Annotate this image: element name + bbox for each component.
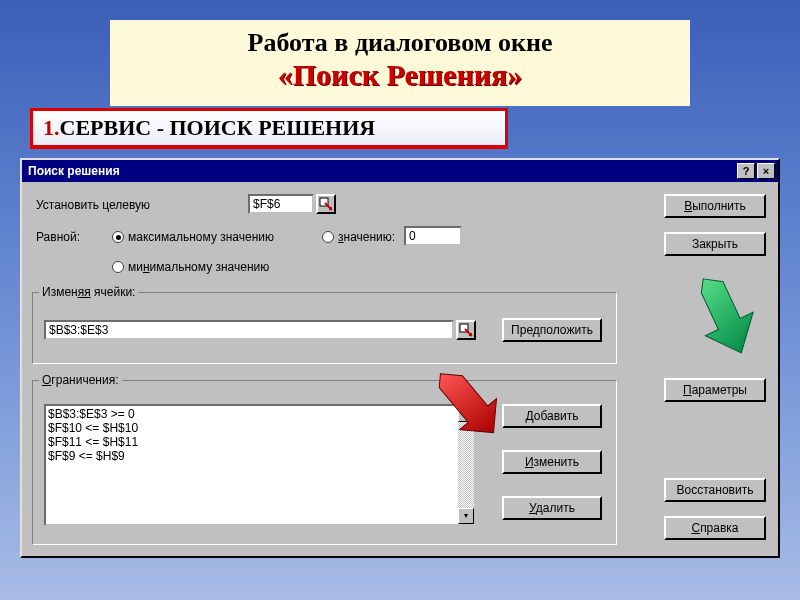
step-instruction: 1.СЕРВИС - ПОИСК РЕШЕНИЯ xyxy=(30,108,508,149)
constraint-row[interactable]: $F$9 <= $H$9 xyxy=(48,449,472,463)
params-button[interactable]: Параметры xyxy=(664,378,766,402)
guess-button[interactable]: Предположить xyxy=(502,318,602,342)
radio-min[interactable]: минимальному значению xyxy=(112,260,269,274)
svg-marker-5 xyxy=(694,279,757,354)
restore-button[interactable]: Восстановить xyxy=(664,478,766,502)
slide-title-block: Работа в диалоговом окне «Поиск Решения» xyxy=(110,20,690,106)
target-cell-input[interactable]: $F$6 xyxy=(248,194,314,214)
constraint-row[interactable]: $F$11 <= $H$11 xyxy=(48,435,472,449)
radio-min-bullet xyxy=(112,261,124,273)
close-titlebar-button[interactable]: × xyxy=(757,163,775,179)
delete-button[interactable]: Удалить xyxy=(502,496,602,520)
radio-max-label: максимальному значению xyxy=(128,230,274,244)
radio-max-bullet xyxy=(112,231,124,243)
help-titlebar-button[interactable]: ? xyxy=(737,163,755,179)
changing-cells-label: Изменяя ячейки: xyxy=(39,285,138,299)
constraints-listbox[interactable]: $B$3:$E$3 >= 0 $F$10 <= $H$10 $F$11 <= $… xyxy=(44,404,476,526)
constraints-label: Ограничения: xyxy=(39,373,122,387)
green-arrow-icon xyxy=(688,276,758,361)
slide-title-line1: Работа в диалоговом окне xyxy=(130,28,670,58)
scroll-up-icon[interactable]: ▴ xyxy=(458,406,474,422)
listbox-scrollbar[interactable]: ▴ ▾ xyxy=(458,406,474,524)
value-input[interactable]: 0 xyxy=(404,226,462,246)
constraint-row[interactable]: $B$3:$E$3 >= 0 xyxy=(48,407,472,421)
target-label: Установить целевую xyxy=(36,198,150,212)
dialog-title: Поиск решения xyxy=(28,164,735,178)
changing-cells-input[interactable]: $B$3:$E$3 xyxy=(44,320,454,340)
radio-value-label: значению: xyxy=(338,230,395,244)
step-text: СЕРВИС - ПОИСК РЕШЕНИЯ xyxy=(60,115,376,140)
execute-button[interactable]: Выполнить xyxy=(664,194,766,218)
slide-title-line2: «Поиск Решения» xyxy=(130,58,670,92)
dialog-body: Установить целевую $F$6 Равной: максимал… xyxy=(22,182,778,556)
change-button[interactable]: Изменить xyxy=(502,450,602,474)
radio-min-label: минимальному значению xyxy=(128,260,269,274)
dialog-titlebar: Поиск решения ? × xyxy=(22,160,778,182)
solver-dialog: Поиск решения ? × Установить целевую $F$… xyxy=(20,158,780,558)
cell-picker-icon xyxy=(319,197,333,211)
radio-value[interactable]: значению: xyxy=(322,230,395,244)
scroll-down-icon[interactable]: ▾ xyxy=(458,508,474,524)
radio-value-bullet xyxy=(322,231,334,243)
equal-label: Равной: xyxy=(36,230,80,244)
help-button[interactable]: Справка xyxy=(664,516,766,540)
radio-max[interactable]: максимальному значению xyxy=(112,230,274,244)
cell-picker-button[interactable] xyxy=(316,194,336,214)
cell-picker-button-2[interactable] xyxy=(456,320,476,340)
close-button[interactable]: Закрыть xyxy=(664,232,766,256)
step-number: 1. xyxy=(43,115,60,140)
add-button[interactable]: Добавить xyxy=(502,404,602,428)
svg-rect-3 xyxy=(469,333,472,336)
scroll-track[interactable] xyxy=(458,422,474,508)
constraint-row[interactable]: $F$10 <= $H$10 xyxy=(48,421,472,435)
cell-picker-icon xyxy=(459,323,473,337)
svg-rect-1 xyxy=(329,207,332,210)
